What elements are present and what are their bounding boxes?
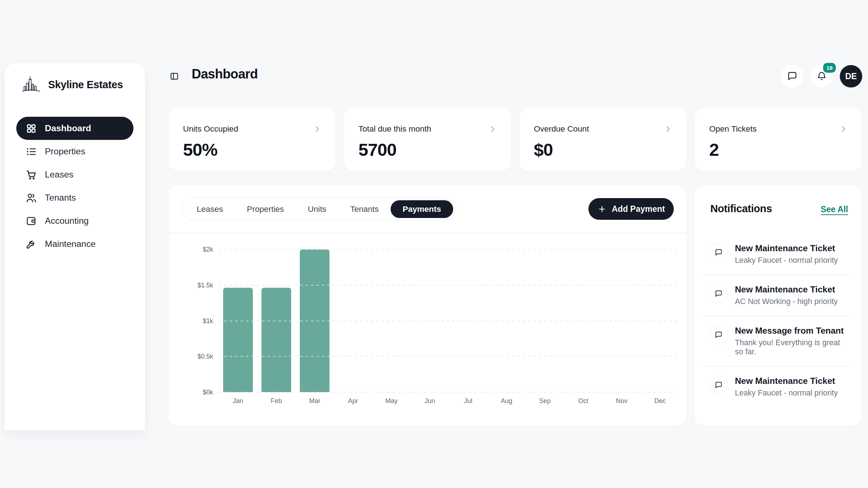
users-icon — [26, 192, 37, 204]
notification-title: New Maintenance Ticket — [735, 284, 838, 295]
notifications-panel: Notifications See All New Maintenance Ti… — [694, 185, 862, 426]
tab-leases[interactable]: Leases — [185, 200, 235, 218]
y-axis-tick-label: $0k — [180, 389, 213, 396]
stat-label: Open Tickets — [709, 124, 757, 134]
sidebar-nav: Dashboard Properties Lea — [16, 117, 133, 256]
payments-bar-chart: $0k$0.5k$1k$1.5k$2kJanFebMarAprMayJunJul… — [219, 249, 679, 392]
y-axis-tick-label: $0.5k — [180, 353, 213, 360]
notifications-title: Notifications — [710, 203, 772, 215]
stat-value: 50% — [183, 140, 321, 160]
plus-icon — [597, 205, 607, 214]
x-axis-tick-label: Jul — [449, 397, 488, 405]
stat-card-units-occupied[interactable]: Units Occupied 50% — [169, 108, 336, 171]
message-bubble-icon — [709, 325, 728, 344]
divider — [169, 233, 686, 234]
sidebar-item-accounting[interactable]: Accounting — [16, 209, 133, 232]
see-all-link[interactable]: See All — [821, 205, 848, 214]
notification-title: New Maintenance Ticket — [735, 243, 838, 253]
chat-bubble-icon — [787, 71, 797, 82]
stat-label: Overdue Count — [534, 124, 589, 134]
x-axis-tick-label: Apr — [334, 397, 372, 405]
add-payment-button[interactable]: Add Payment — [588, 198, 674, 220]
chevron-right-icon — [489, 125, 497, 133]
chevron-right-icon — [839, 125, 847, 133]
wrench-icon — [26, 239, 37, 250]
messages-button[interactable] — [780, 65, 804, 88]
message-bubble-icon — [709, 376, 728, 394]
app-root: Skyline Estates Dashboard — [0, 0, 868, 488]
panel-left-icon — [170, 72, 179, 81]
add-payment-label: Add Payment — [612, 204, 665, 214]
sidebar-item-label: Accounting — [45, 216, 89, 226]
sidebar-item-label: Maintenance — [45, 239, 95, 249]
notification-subtitle: Thank you! Everything is great so far. — [735, 338, 849, 356]
brand-name: Skyline Estates — [48, 79, 123, 91]
sidebar-item-maintenance[interactable]: Maintenance — [16, 232, 133, 256]
notifications-list: New Maintenance Ticket Leaky Faucet - no… — [694, 233, 862, 403]
tab-tenants[interactable]: Tenants — [338, 200, 391, 218]
chart-gridline — [219, 321, 679, 321]
sidebar-item-properties[interactable]: Properties — [16, 140, 133, 163]
x-axis-tick-label: Dec — [641, 397, 679, 405]
page-title: Dashboard — [192, 67, 258, 82]
y-axis-tick-label: $1.5k — [180, 281, 213, 289]
sidebar: Skyline Estates Dashboard — [5, 63, 145, 430]
sidebar-item-label: Tenants — [45, 193, 76, 203]
chart-bar-jan[interactable] — [223, 288, 253, 392]
stat-card-total-due[interactable]: Total due this month 5700 — [344, 108, 511, 171]
x-axis-tick-label: Aug — [488, 397, 526, 405]
cart-icon — [26, 169, 37, 180]
notification-title: New Message from Tenant — [735, 326, 849, 336]
list-item[interactable]: New Message from Tenant Thank you! Every… — [694, 316, 862, 366]
stat-value: $0 — [534, 140, 672, 160]
payments-panel: Leases Properties Units Tenants Payments… — [169, 185, 686, 426]
chart-gridline — [219, 392, 679, 393]
avatar[interactable]: DE — [840, 65, 862, 87]
stat-card-overdue-count[interactable]: Overdue Count $0 — [519, 108, 686, 171]
stat-value: 2 — [709, 140, 847, 160]
x-axis-tick-label: Jun — [410, 397, 449, 405]
grid-icon — [26, 123, 37, 134]
list-item[interactable]: New Maintenance Ticket Leaky Faucet - no… — [694, 366, 862, 403]
sidebar-toggle-button[interactable] — [168, 70, 181, 83]
tab-properties[interactable]: Properties — [235, 200, 296, 218]
notifications-button[interactable]: 18 — [810, 65, 833, 88]
stat-card-open-tickets[interactable]: Open Tickets 2 — [695, 108, 862, 171]
x-axis-tick-label: Mar — [295, 397, 334, 405]
notification-subtitle: Leaky Faucet - normal priority — [735, 389, 838, 398]
list-item[interactable]: New Maintenance Ticket AC Not Working - … — [694, 274, 862, 316]
x-axis-tick-label: Oct — [564, 397, 603, 405]
chevron-right-icon — [313, 125, 321, 133]
tab-bar: Leases Properties Units Tenants Payments — [182, 198, 456, 221]
x-axis-tick-label: Feb — [257, 397, 295, 405]
message-bubble-icon — [709, 284, 728, 303]
list-item[interactable]: New Maintenance Ticket Leaky Faucet - no… — [694, 233, 862, 274]
chevron-right-icon — [664, 125, 672, 133]
tab-payments[interactable]: Payments — [391, 200, 453, 218]
x-axis-tick-label: Sep — [526, 397, 564, 405]
message-bubble-icon — [709, 243, 728, 262]
notification-subtitle: Leaky Faucet - normal priority — [735, 256, 838, 265]
stats-row: Units Occupied 50% Total due this month … — [169, 108, 862, 171]
chart-gridline — [219, 285, 679, 286]
chart-bar-feb[interactable] — [261, 288, 291, 392]
sidebar-item-dashboard[interactable]: Dashboard — [16, 117, 133, 140]
sidebar-item-tenants[interactable]: Tenants — [16, 186, 133, 209]
stat-label: Units Occupied — [183, 124, 238, 134]
sidebar-item-label: Properties — [45, 146, 85, 157]
x-axis-tick-label: Jan — [219, 397, 257, 405]
brand: Skyline Estates — [21, 74, 123, 95]
sidebar-item-label: Dashboard — [45, 123, 91, 133]
sidebar-item-label: Leases — [45, 170, 73, 180]
x-axis-tick-label: May — [372, 397, 410, 405]
stat-label: Total due this month — [358, 124, 431, 134]
sidebar-item-leases[interactable]: Leases — [16, 163, 133, 186]
wallet-icon — [26, 215, 37, 227]
y-axis-tick-label: $2k — [180, 246, 213, 253]
stat-value: 5700 — [358, 140, 497, 160]
list-icon — [26, 146, 37, 157]
x-axis-tick-label: Nov — [603, 397, 641, 405]
notification-title: New Maintenance Ticket — [735, 376, 838, 386]
tab-units[interactable]: Units — [296, 200, 338, 218]
notification-count-badge: 18 — [822, 62, 837, 74]
